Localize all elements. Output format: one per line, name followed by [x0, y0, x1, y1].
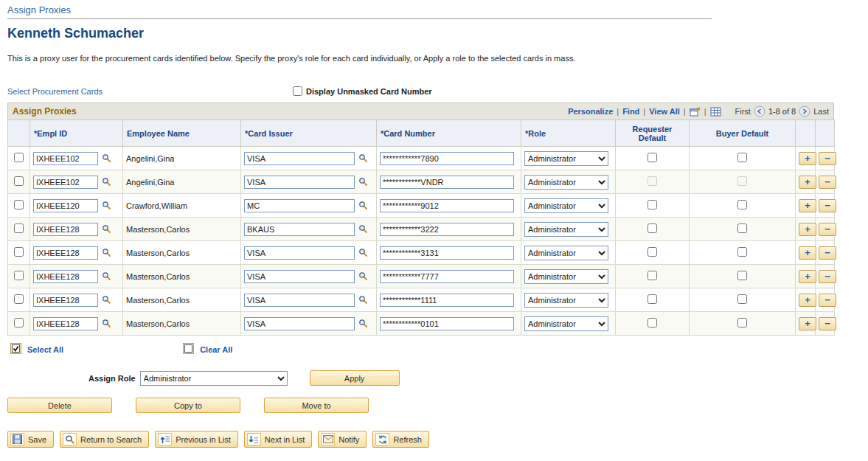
buyer-default-checkbox[interactable]: [737, 200, 747, 209]
first-link[interactable]: First: [735, 107, 751, 116]
role-select[interactable]: Administrator: [524, 198, 608, 213]
buyer-default-checkbox[interactable]: [737, 223, 747, 233]
lookup-icon[interactable]: [358, 271, 368, 281]
add-row-button[interactable]: +: [799, 199, 816, 212]
delete-row-button[interactable]: −: [819, 199, 836, 212]
copy-to-button[interactable]: Copy to: [136, 398, 240, 413]
add-row-button[interactable]: +: [799, 317, 816, 330]
lookup-icon[interactable]: [102, 201, 111, 210]
requester-default-checkbox[interactable]: [647, 318, 657, 327]
last-link[interactable]: Last: [813, 107, 829, 116]
buyer-default-checkbox[interactable]: [737, 294, 747, 304]
requester-default-checkbox[interactable]: [647, 294, 657, 304]
card-issuer-input[interactable]: [244, 152, 355, 165]
add-row-button[interactable]: +: [799, 294, 816, 307]
row-select-checkbox[interactable]: [14, 271, 24, 280]
card-number-input[interactable]: [380, 223, 514, 236]
requester-default-checkbox[interactable]: [647, 200, 657, 209]
card-issuer-input[interactable]: [244, 294, 355, 307]
move-to-button[interactable]: Move to: [264, 398, 369, 413]
role-select[interactable]: Administrator: [524, 222, 608, 237]
find-link[interactable]: Find: [622, 107, 639, 116]
return-to-search-button[interactable]: Return to Search: [60, 431, 149, 448]
role-select[interactable]: Administrator: [524, 316, 608, 331]
empl-id-input[interactable]: [33, 317, 98, 330]
delete-row-button[interactable]: −: [819, 246, 836, 260]
add-row-button[interactable]: +: [799, 152, 816, 165]
role-select[interactable]: Administrator: [524, 293, 608, 308]
row-select-checkbox[interactable]: [14, 294, 24, 304]
next-page-icon[interactable]: [799, 105, 810, 117]
role-select[interactable]: Administrator: [524, 269, 608, 284]
select-procurement-cards-link[interactable]: Select Procurement Cards: [7, 87, 103, 96]
personalize-link[interactable]: Personalize: [568, 107, 613, 116]
clear-all-control[interactable]: Clear All: [183, 343, 232, 356]
popout-icon[interactable]: [690, 107, 701, 117]
delete-row-button[interactable]: −: [819, 270, 836, 283]
lookup-icon[interactable]: [102, 224, 111, 234]
empl-id-input[interactable]: [33, 294, 98, 307]
empl-id-input[interactable]: [33, 223, 98, 236]
lookup-icon[interactable]: [102, 153, 111, 163]
refresh-button[interactable]: Refresh: [372, 431, 429, 448]
row-select-checkbox[interactable]: [14, 153, 24, 162]
row-select-checkbox[interactable]: [14, 318, 24, 327]
select-all-label[interactable]: Select All: [27, 345, 63, 354]
assign-role-select[interactable]: Administrator: [140, 371, 288, 386]
lookup-icon[interactable]: [358, 295, 368, 305]
row-select-checkbox[interactable]: [14, 223, 24, 233]
card-number-input[interactable]: [380, 152, 514, 165]
buyer-default-checkbox[interactable]: [737, 271, 747, 280]
notify-button[interactable]: Notify: [318, 431, 367, 448]
lookup-icon[interactable]: [358, 248, 368, 257]
buyer-default-checkbox[interactable]: [737, 153, 747, 162]
previous-in-list-button[interactable]: Previous in List: [155, 431, 238, 448]
row-select-checkbox[interactable]: [14, 200, 24, 209]
add-row-button[interactable]: +: [799, 223, 816, 236]
card-issuer-input[interactable]: [244, 223, 355, 236]
save-button[interactable]: Save: [7, 431, 54, 448]
card-issuer-input[interactable]: [244, 246, 355, 260]
clear-all-icon[interactable]: [183, 343, 194, 356]
card-issuer-input[interactable]: [244, 270, 355, 283]
row-select-checkbox[interactable]: [14, 176, 24, 186]
lookup-icon[interactable]: [102, 319, 111, 328]
select-all-icon[interactable]: [10, 343, 21, 356]
lookup-icon[interactable]: [358, 153, 368, 163]
empl-id-input[interactable]: [33, 152, 98, 165]
next-in-list-button[interactable]: Next in List: [244, 431, 312, 448]
card-number-input[interactable]: [380, 199, 514, 212]
delete-button[interactable]: Delete: [7, 398, 112, 413]
delete-row-button[interactable]: −: [819, 176, 836, 189]
role-select[interactable]: Administrator: [524, 246, 608, 260]
card-number-input[interactable]: [380, 176, 514, 189]
card-issuer-input[interactable]: [244, 199, 355, 212]
empl-id-input[interactable]: [33, 246, 98, 260]
role-select[interactable]: Administrator: [524, 151, 608, 166]
lookup-icon[interactable]: [358, 319, 368, 328]
card-number-input[interactable]: [380, 317, 514, 330]
apply-button[interactable]: Apply: [310, 370, 400, 386]
lookup-icon[interactable]: [102, 248, 111, 257]
delete-row-button[interactable]: −: [819, 152, 836, 165]
role-select[interactable]: Administrator: [524, 175, 608, 190]
card-issuer-input[interactable]: [244, 176, 355, 189]
delete-row-button[interactable]: −: [819, 294, 836, 307]
view-all-link[interactable]: View All: [649, 107, 680, 116]
delete-row-button[interactable]: −: [819, 223, 836, 236]
add-row-button[interactable]: +: [799, 270, 816, 283]
card-issuer-input[interactable]: [244, 317, 355, 330]
download-icon[interactable]: [710, 107, 721, 117]
card-number-input[interactable]: [380, 294, 514, 307]
previous-page-icon[interactable]: [754, 105, 765, 117]
lookup-icon[interactable]: [102, 177, 111, 187]
card-number-input[interactable]: [380, 246, 514, 260]
lookup-icon[interactable]: [102, 271, 111, 281]
card-number-input[interactable]: [380, 270, 514, 283]
buyer-default-checkbox[interactable]: [737, 318, 747, 327]
requester-default-checkbox[interactable]: [647, 271, 657, 280]
empl-id-input[interactable]: [33, 270, 98, 283]
lookup-icon[interactable]: [358, 201, 368, 210]
requester-default-checkbox[interactable]: [647, 247, 657, 257]
requester-default-checkbox[interactable]: [647, 176, 657, 186]
